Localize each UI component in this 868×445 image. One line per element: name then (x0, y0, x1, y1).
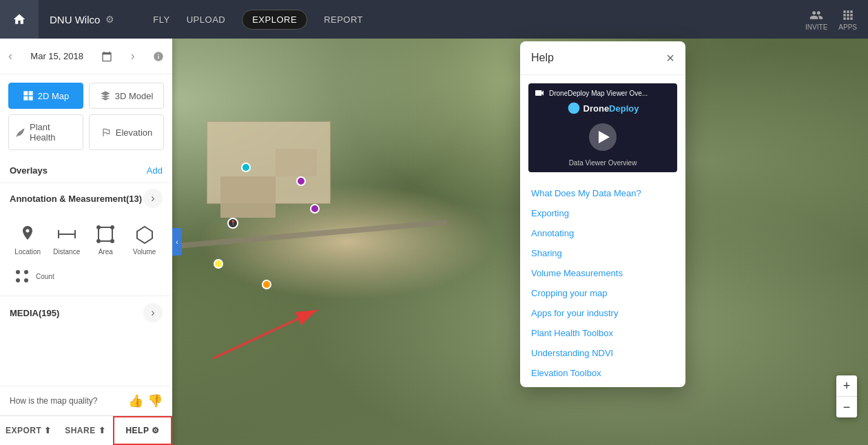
modal-close-button[interactable]: × (666, 51, 674, 65)
help-link-7[interactable]: Plant Health Toolbox (520, 323, 685, 343)
modal-header: Help × (520, 41, 685, 75)
home-button[interactable] (0, 0, 39, 39)
view-3d-label: 3D Model (115, 91, 154, 101)
help-link-8[interactable]: Understanding NDVI (520, 343, 685, 363)
play-circle[interactable] (589, 123, 617, 151)
help-link-2[interactable]: Annotating (520, 223, 685, 243)
help-link-10[interactable]: 3D Point Cloud (520, 383, 685, 387)
help-modal: Help × DroneDeploy Map Viewer Ove... Dro… (520, 41, 685, 387)
video-subtitle: Data Viewer Overview (528, 156, 677, 172)
add-overlay-button[interactable]: Add (147, 165, 163, 176)
help-link-0[interactable]: What Does My Data Mean? (520, 183, 685, 203)
volume-label: Volume (133, 248, 156, 256)
svg-marker-12 (137, 227, 152, 243)
nav-fly[interactable]: FLY (153, 14, 169, 25)
help-link-9[interactable]: Elevation Toolbox (520, 363, 685, 383)
help-links-list: What Does My Data Mean? Exporting Annota… (520, 180, 685, 387)
project-gear-icon[interactable]: ⚙ (105, 14, 114, 25)
view-plant-label: Plant Health (30, 122, 77, 143)
nav-links: FLY UPLOAD EXPLORE REPORT (153, 10, 363, 30)
svg-point-10 (111, 240, 114, 242)
modal-title: Help (531, 52, 554, 64)
nav-explore[interactable]: EXPLORE (242, 10, 307, 30)
svg-point-11 (97, 240, 100, 242)
view-modes: 2D Map 3D Model Plant Health Elevation (0, 74, 172, 158)
date-display: Mar 15, 2018 (30, 51, 83, 61)
map-marker-purple-2[interactable] (310, 204, 320, 214)
svg-point-9 (111, 226, 114, 229)
map-marker-dark-1[interactable]: 📍 (227, 218, 238, 229)
overlays-section: Overlays Add (0, 158, 172, 183)
quality-thumbs-up[interactable]: 👍 (128, 393, 143, 408)
view-2d-map[interactable]: 2D Map (8, 83, 83, 109)
help-icon: ⚙ (152, 426, 160, 435)
svg-point-14 (24, 270, 28, 274)
date-prev[interactable]: ‹ (8, 49, 12, 63)
location-tool[interactable]: Location (10, 219, 46, 260)
help-link-3[interactable]: Sharing (520, 243, 685, 263)
project-name-area: DNU Wilco ⚙ (39, 14, 125, 25)
view-elevation-label: Elevation (116, 127, 152, 138)
share-icon: ⬆ (99, 426, 106, 435)
map-marker-orange-1[interactable] (262, 280, 271, 289)
sidebar-collapse[interactable]: ‹ (172, 228, 182, 256)
nav-upload[interactable]: UPLOAD (187, 14, 225, 25)
view-plant-health[interactable]: Plant Health (8, 114, 83, 150)
video-thumbnail[interactable]: DroneDeploy Map Viewer Ove... DroneDeplo… (528, 83, 677, 172)
quality-thumbs-down[interactable]: 👎 (147, 393, 163, 408)
distance-label: Distance (53, 248, 80, 256)
count-tool[interactable]: Count (10, 262, 57, 290)
map-marker-yellow-1[interactable] (214, 259, 223, 269)
distance-tool[interactable]: Distance (49, 219, 85, 260)
export-icon: ⬆ (44, 426, 52, 435)
help-link-1[interactable]: Exporting (520, 203, 685, 223)
location-icon (17, 223, 39, 245)
volume-icon (134, 223, 156, 245)
distance-icon (56, 223, 78, 245)
info-icon[interactable] (153, 51, 164, 62)
media-label-group: MEDIA(195) (10, 307, 59, 319)
svg-rect-1 (28, 91, 32, 95)
area-tool[interactable]: Area (87, 219, 124, 260)
map-marker-teal-1[interactable] (241, 163, 251, 172)
view-3d-model[interactable]: 3D Model (89, 83, 164, 109)
help-link-5[interactable]: Cropping your map (520, 283, 685, 303)
media-count: (195) (39, 308, 59, 318)
tools-grid: Location Distance Area Volume (0, 214, 172, 262)
annotation-label: Annotation & Measurement (10, 194, 126, 204)
export-button[interactable]: EXPORT ⬆ (0, 416, 57, 445)
area-icon (94, 223, 116, 245)
play-triangle (599, 131, 610, 143)
modal-overlay: Help × DroneDeploy Map Viewer Ove... Dro… (338, 0, 868, 445)
quality-buttons: 👍 👎 (128, 393, 163, 408)
calendar-icon[interactable] (101, 51, 112, 62)
annotation-row: Annotation & Measurement(13) › (0, 183, 172, 214)
date-next[interactable]: › (131, 49, 135, 63)
media-label: MEDIA (10, 308, 39, 318)
location-label: Location (14, 248, 41, 256)
export-label: EXPORT (6, 426, 41, 435)
sidebar: ‹ Mar 15, 2018 › 2D Map 3D Model Plant H… (0, 39, 172, 445)
annotation-expand[interactable]: › (143, 189, 163, 208)
play-button-area[interactable] (528, 118, 677, 156)
volume-tool[interactable]: Volume (127, 219, 163, 260)
count-label: Count (36, 273, 54, 280)
svg-point-19 (568, 103, 579, 114)
svg-rect-2 (23, 96, 28, 101)
help-link-4[interactable]: Volume Measurements (520, 263, 685, 283)
map-marker-purple-1[interactable] (296, 176, 306, 186)
view-elevation[interactable]: Elevation (89, 114, 164, 150)
svg-rect-0 (23, 91, 28, 95)
help-button[interactable]: HELP ⚙ (113, 416, 172, 445)
media-expand[interactable]: › (143, 303, 163, 322)
svg-point-13 (16, 270, 20, 274)
help-link-6[interactable]: Apps for your industry (520, 303, 685, 323)
svg-marker-7 (99, 227, 112, 241)
bottom-actions: EXPORT ⬆ SHARE ⬆ HELP ⚙ (0, 415, 172, 445)
svg-point-15 (16, 278, 20, 282)
quality-label: How is the map quality? (10, 396, 97, 406)
count-icon (12, 267, 32, 286)
share-button[interactable]: SHARE ⬆ (57, 416, 114, 445)
area-label: Area (99, 248, 113, 256)
svg-point-8 (97, 226, 100, 229)
